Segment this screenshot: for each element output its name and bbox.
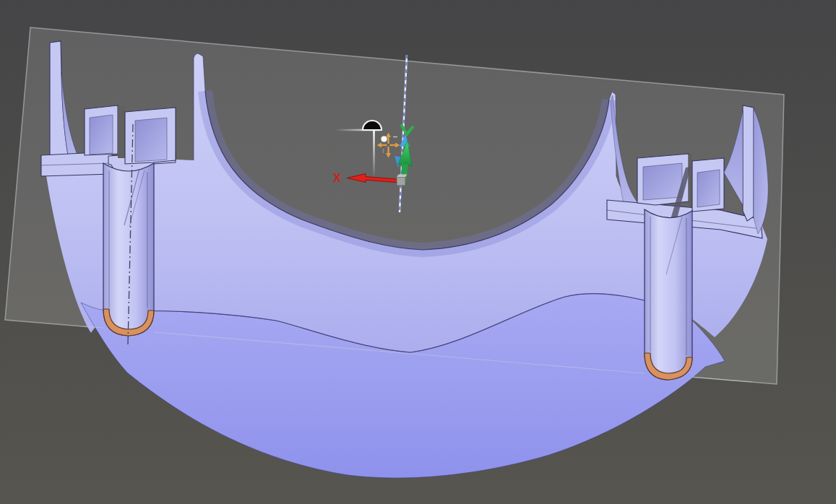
- right-post2-inner-surface[interactable]: [697, 170, 720, 207]
- right-post-inner-surface[interactable]: [643, 163, 682, 200]
- origin-handle[interactable]: [397, 177, 405, 186]
- right-post-gap: [689, 155, 692, 207]
- x-axis-label: X: [333, 172, 341, 184]
- origin-handle-top: [397, 175, 408, 178]
- left-post2-inner-surface[interactable]: [135, 118, 167, 162]
- move-icon-dot[interactable]: [382, 136, 387, 142]
- left-post-gap: [118, 106, 125, 158]
- left-post-inner-surface[interactable]: [90, 115, 113, 155]
- right-screw-boss-tube[interactable]: [645, 209, 692, 380]
- right-tube-bore[interactable]: [645, 209, 692, 380]
- cad-viewport[interactable]: X: [0, 0, 836, 504]
- right-rim-cut-face[interactable]: [743, 105, 754, 221]
